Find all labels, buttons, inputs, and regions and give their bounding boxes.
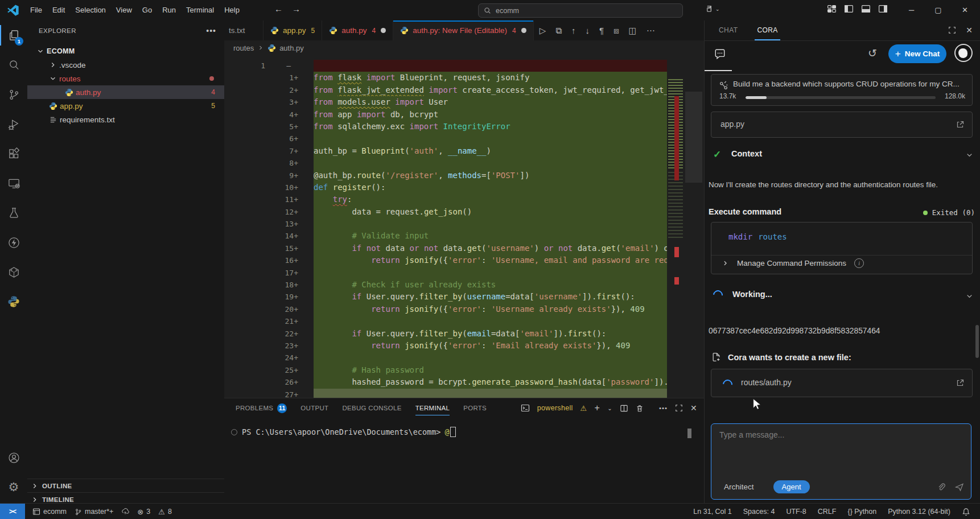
menu-item-go[interactable]: Go xyxy=(137,3,157,17)
status-python-interpreter[interactable]: Python 3.12 (64-bit) xyxy=(884,505,954,518)
terminal-dropdown-icon[interactable]: ⌄ xyxy=(607,405,612,411)
line-number[interactable]: 14+ xyxy=(224,230,314,242)
tree-item--vscode[interactable]: .vscode xyxy=(27,58,224,72)
request-card[interactable]: Build me a backend which supports CRUD o… xyxy=(711,74,973,106)
forward-icon[interactable]: → xyxy=(292,4,300,14)
split-terminal-icon[interactable] xyxy=(620,404,628,413)
line-number[interactable]: 1+ xyxy=(224,72,314,84)
settings-gear-icon[interactable]: ⚙ xyxy=(0,472,27,502)
panel-tab-terminal[interactable]: TERMINAL xyxy=(415,398,450,418)
more-actions-icon[interactable]: ⋯ xyxy=(647,26,655,36)
tree-item-app-py[interactable]: app.py5 xyxy=(27,99,224,113)
message-input[interactable]: Type a message... Architect Agent xyxy=(711,423,971,500)
line-number[interactable]: 5+ xyxy=(224,121,314,133)
tree-item-routes[interactable]: routes xyxy=(27,72,224,85)
terminal-scrollbar[interactable] xyxy=(687,429,691,438)
terminal-content[interactable]: PS C:\Users\apoor\OneDrive\Documents\eco… xyxy=(231,427,704,437)
file-reference-card[interactable]: app.py xyxy=(711,112,973,138)
breadcrumb-folder[interactable]: routes xyxy=(233,44,254,52)
status-git-branch[interactable]: master*+ xyxy=(71,505,117,518)
line-number[interactable]: 17+ xyxy=(224,267,314,279)
more-actions-icon[interactable]: ••• xyxy=(206,26,216,35)
code-line-8[interactable]: 8+ xyxy=(224,157,704,169)
menu-item-selection[interactable]: Selection xyxy=(70,3,110,17)
line-number[interactable]: 19+ xyxy=(224,291,314,303)
code-line-6[interactable]: 6+ xyxy=(224,133,704,145)
context-section[interactable]: ✓ Context xyxy=(709,147,975,163)
fullscreen-icon[interactable] xyxy=(948,26,956,34)
chevron-down-icon[interactable] xyxy=(965,151,974,159)
minimize-button[interactable]: ─ xyxy=(898,0,925,20)
code-line-5[interactable]: 5+from sqlalchemy.exc import IntegrityEr… xyxy=(224,121,704,133)
tree-item-ecomm[interactable]: ECOMM xyxy=(27,44,224,58)
line-number[interactable]: 4+ xyxy=(224,109,314,121)
code-line-20[interactable]: 20+ return jsonify({'error': 'Username a… xyxy=(224,303,704,315)
panel-more-actions-icon[interactable]: ••• xyxy=(659,405,668,411)
kill-terminal-icon[interactable] xyxy=(636,404,644,413)
agent-mode-button[interactable]: Agent xyxy=(773,480,810,493)
maximize-panel-icon[interactable] xyxy=(675,404,683,412)
code-line-12[interactable]: 12+ data = request.get_json() xyxy=(224,206,704,218)
code-line-17[interactable]: 17+ xyxy=(224,267,704,279)
breadcrumb[interactable]: routes auth.py xyxy=(224,40,704,55)
line-number[interactable]: 10+ xyxy=(224,182,314,193)
open-changes-icon[interactable]: ⧉ xyxy=(555,26,562,36)
explorer-icon[interactable]: 1 xyxy=(0,20,27,50)
testing-icon[interactable] xyxy=(0,198,27,228)
code-editor[interactable]: 1— 1+from flask import Blueprint, reques… xyxy=(224,55,704,398)
dirty-indicator[interactable] xyxy=(381,28,386,33)
line-number[interactable]: 22+ xyxy=(224,328,314,340)
code-line-9[interactable]: 9+@auth_bp.route('/register', methods=['… xyxy=(224,170,704,182)
working-section[interactable]: Working... xyxy=(709,288,975,305)
toggle-sidebar-icon[interactable] xyxy=(844,4,854,14)
panel-tab-problems[interactable]: PROBLEMS11 xyxy=(236,398,287,418)
line-number[interactable]: 27+ xyxy=(224,389,314,398)
status-encoding[interactable]: UTF-8 xyxy=(782,505,810,518)
chat-history-icon[interactable]: ↺ xyxy=(868,47,877,60)
status-warnings[interactable]: ⚠8 xyxy=(154,505,176,518)
toggle-panel-icon[interactable] xyxy=(861,4,871,14)
shell-warning-icon[interactable]: ⚠ xyxy=(580,404,587,413)
render-whitespace-icon[interactable]: ¶ xyxy=(599,26,604,35)
code-line-15[interactable]: 15+ if not data or not data.get('usernam… xyxy=(224,242,704,254)
shell-label[interactable]: powershell xyxy=(537,404,573,412)
extensions-icon[interactable] xyxy=(0,139,27,168)
line-number[interactable]: 15+ xyxy=(224,242,314,254)
account-icon[interactable] xyxy=(0,443,27,472)
status-errors[interactable]: ⊗3 xyxy=(133,505,154,518)
code-line-18[interactable]: 18+ # Check if user already exists xyxy=(224,279,704,291)
close-button[interactable]: ✕ xyxy=(952,0,978,20)
line-number[interactable]: 24+ xyxy=(224,352,314,364)
line-number[interactable]: 2+ xyxy=(224,84,314,96)
code-line-4[interactable]: 4+from app import db, bcrypt xyxy=(224,109,704,121)
code-line-22[interactable]: 22+ if User.query.filter_by(email=data['… xyxy=(224,328,704,340)
line-number[interactable]: 18+ xyxy=(224,279,314,291)
code-line-3[interactable]: 3+from models.user import User xyxy=(224,96,704,108)
status-language-mode[interactable]: {} Python xyxy=(843,505,880,518)
line-number[interactable]: 21+ xyxy=(224,315,314,327)
notifications-bell-icon[interactable] xyxy=(958,505,974,518)
menu-item-run[interactable]: Run xyxy=(157,3,181,17)
code-line-16[interactable]: 16+ return jsonify({'error': 'Username, … xyxy=(224,254,704,266)
avatar[interactable] xyxy=(954,44,973,62)
close-panel-icon[interactable]: ✕ xyxy=(690,403,697,413)
code-line-21[interactable]: 21+ xyxy=(224,315,704,327)
open-external-icon[interactable] xyxy=(956,120,965,129)
line-number[interactable]: 7+ xyxy=(224,145,314,157)
tab-ts-txt[interactable]: ts.txt xyxy=(224,20,263,40)
previous-change-icon[interactable]: ↑ xyxy=(571,26,576,35)
python-icon[interactable] xyxy=(0,287,27,316)
run-debug-icon[interactable] xyxy=(0,109,27,139)
back-icon[interactable]: ← xyxy=(274,4,283,14)
tab-chat[interactable]: CHAT xyxy=(719,20,738,40)
new-file-card[interactable]: routes/auth.py xyxy=(711,369,973,397)
line-number[interactable]: 12+ xyxy=(224,206,314,218)
new-chat-button[interactable]: + New Chat xyxy=(888,44,946,63)
editor-scrollbar[interactable] xyxy=(685,92,702,183)
tree-item-auth-py[interactable]: auth.py4 xyxy=(27,85,224,99)
outline-section[interactable]: OUTLINE xyxy=(27,479,224,493)
open-external-icon[interactable] xyxy=(956,378,965,388)
toggle-secondary-sidebar-icon[interactable] xyxy=(878,4,888,14)
status-indentation[interactable]: Spaces: 4 xyxy=(739,505,779,518)
tab-auth-py[interactable]: auth.py4 xyxy=(322,20,393,40)
